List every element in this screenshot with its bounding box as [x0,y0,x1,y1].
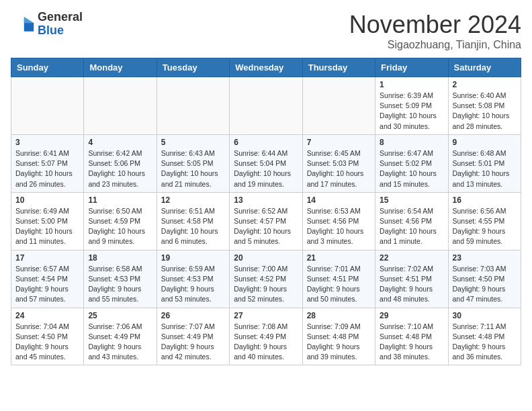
calendar-cell [157,77,229,135]
calendar-cell: 11Sunrise: 6:50 AMSunset: 4:59 PMDayligh… [84,192,157,250]
day-info: Sunrise: 7:02 AMSunset: 4:51 PMDaylight:… [380,264,443,305]
calendar-cell: 14Sunrise: 6:53 AMSunset: 4:56 PMDayligh… [302,192,375,250]
calendar-cell: 21Sunrise: 7:01 AMSunset: 4:51 PMDayligh… [302,250,375,308]
calendar-cell: 12Sunrise: 6:51 AMSunset: 4:58 PMDayligh… [157,192,229,250]
day-number: 3 [15,138,79,147]
week-row-3: 10Sunrise: 6:49 AMSunset: 5:00 PMDayligh… [11,192,521,250]
logo: General Blue [11,11,83,38]
day-info: Sunrise: 6:50 AMSunset: 4:59 PMDaylight:… [88,206,152,247]
day-info: Sunrise: 7:03 AMSunset: 4:50 PMDaylight:… [453,264,517,305]
month-title: November 2024 [349,11,521,39]
calendar-cell: 13Sunrise: 6:52 AMSunset: 4:57 PMDayligh… [230,192,302,250]
calendar-cell [84,77,157,135]
day-number: 19 [161,253,225,263]
day-number: 5 [161,138,225,147]
day-number: 13 [234,195,298,205]
day-info: Sunrise: 6:52 AMSunset: 4:57 PMDaylight:… [234,206,298,247]
logo-icon [11,12,35,36]
day-number: 2 [453,80,517,89]
location: Sigaozhuang, Tianjin, China [349,39,521,51]
page-header: General Blue November 2024 Sigaozhuang, … [11,11,521,51]
day-number: 1 [380,80,443,89]
day-info: Sunrise: 7:04 AMSunset: 4:50 PMDaylight:… [15,322,79,363]
calendar-cell: 2Sunrise: 6:40 AMSunset: 5:08 PMDaylight… [448,77,521,135]
calendar-cell: 25Sunrise: 7:06 AMSunset: 4:49 PMDayligh… [84,308,157,365]
day-number: 26 [161,311,225,320]
calendar-cell: 3Sunrise: 6:41 AMSunset: 5:07 PMDaylight… [11,134,84,192]
day-number: 29 [380,311,443,320]
calendar-body: 1Sunrise: 6:39 AMSunset: 5:09 PMDaylight… [11,77,521,365]
calendar-cell: 7Sunrise: 6:45 AMSunset: 5:03 PMDaylight… [302,134,375,192]
title-block: November 2024 Sigaozhuang, Tianjin, Chin… [349,11,521,51]
day-info: Sunrise: 6:44 AMSunset: 5:04 PMDaylight:… [234,148,298,189]
day-info: Sunrise: 6:40 AMSunset: 5:08 PMDaylight:… [453,91,517,132]
day-number: 12 [161,195,225,205]
week-row-2: 3Sunrise: 6:41 AMSunset: 5:07 PMDaylight… [11,134,521,192]
day-info: Sunrise: 6:48 AMSunset: 5:01 PMDaylight:… [453,148,517,189]
weekday-header-thursday: Thursday [302,58,375,77]
calendar-cell: 1Sunrise: 6:39 AMSunset: 5:09 PMDaylight… [375,77,448,135]
day-info: Sunrise: 6:47 AMSunset: 5:02 PMDaylight:… [380,148,443,189]
day-info: Sunrise: 6:39 AMSunset: 5:09 PMDaylight:… [380,91,443,132]
day-number: 30 [453,311,517,320]
logo-text: General Blue [38,11,83,38]
day-number: 23 [453,253,517,263]
day-number: 17 [15,253,79,263]
day-info: Sunrise: 6:57 AMSunset: 4:54 PMDaylight:… [15,264,79,305]
day-number: 27 [234,311,298,320]
weekday-header-friday: Friday [375,58,448,77]
calendar-cell: 6Sunrise: 6:44 AMSunset: 5:04 PMDaylight… [230,134,302,192]
calendar-cell: 10Sunrise: 6:49 AMSunset: 5:00 PMDayligh… [11,192,84,250]
week-row-5: 24Sunrise: 7:04 AMSunset: 4:50 PMDayligh… [11,308,521,365]
day-info: Sunrise: 6:41 AMSunset: 5:07 PMDaylight:… [15,148,79,189]
weekday-header-sunday: Sunday [11,58,84,77]
day-info: Sunrise: 6:56 AMSunset: 4:55 PMDaylight:… [453,206,517,247]
calendar-cell: 24Sunrise: 7:04 AMSunset: 4:50 PMDayligh… [11,308,84,365]
day-number: 9 [453,138,517,147]
week-row-4: 17Sunrise: 6:57 AMSunset: 4:54 PMDayligh… [11,250,521,308]
day-info: Sunrise: 7:07 AMSunset: 4:49 PMDaylight:… [161,322,225,363]
day-info: Sunrise: 6:45 AMSunset: 5:03 PMDaylight:… [307,148,371,189]
day-number: 6 [234,138,298,147]
weekday-header-saturday: Saturday [448,58,521,77]
calendar-cell: 16Sunrise: 6:56 AMSunset: 4:55 PMDayligh… [448,192,521,250]
day-info: Sunrise: 7:06 AMSunset: 4:49 PMDaylight:… [88,322,152,363]
day-info: Sunrise: 6:54 AMSunset: 4:56 PMDaylight:… [380,206,443,247]
calendar-table: SundayMondayTuesdayWednesdayThursdayFrid… [11,58,521,365]
day-info: Sunrise: 7:10 AMSunset: 4:48 PMDaylight:… [380,322,443,363]
day-number: 24 [15,311,79,320]
weekday-header-row: SundayMondayTuesdayWednesdayThursdayFrid… [11,58,521,77]
day-info: Sunrise: 6:42 AMSunset: 5:06 PMDaylight:… [88,148,152,189]
calendar-cell [302,77,375,135]
day-info: Sunrise: 6:53 AMSunset: 4:56 PMDaylight:… [307,206,371,247]
day-info: Sunrise: 7:11 AMSunset: 4:48 PMDaylight:… [453,322,517,363]
day-number: 8 [380,138,443,147]
day-number: 21 [307,253,371,263]
day-number: 25 [88,311,152,320]
day-info: Sunrise: 6:58 AMSunset: 4:53 PMDaylight:… [88,264,152,305]
day-number: 15 [380,195,443,205]
calendar-cell: 18Sunrise: 6:58 AMSunset: 4:53 PMDayligh… [84,250,157,308]
calendar-cell: 26Sunrise: 7:07 AMSunset: 4:49 PMDayligh… [157,308,229,365]
day-info: Sunrise: 6:43 AMSunset: 5:05 PMDaylight:… [161,148,225,189]
calendar-cell: 20Sunrise: 7:00 AMSunset: 4:52 PMDayligh… [230,250,302,308]
day-info: Sunrise: 6:51 AMSunset: 4:58 PMDaylight:… [161,206,225,247]
day-info: Sunrise: 7:08 AMSunset: 4:49 PMDaylight:… [234,322,298,363]
day-number: 28 [307,311,371,320]
day-info: Sunrise: 6:49 AMSunset: 5:00 PMDaylight:… [15,206,79,247]
day-info: Sunrise: 7:00 AMSunset: 4:52 PMDaylight:… [234,264,298,305]
calendar-cell [11,77,84,135]
calendar-cell: 28Sunrise: 7:09 AMSunset: 4:48 PMDayligh… [302,308,375,365]
weekday-header-tuesday: Tuesday [157,58,229,77]
calendar-cell: 5Sunrise: 6:43 AMSunset: 5:05 PMDaylight… [157,134,229,192]
calendar-cell: 15Sunrise: 6:54 AMSunset: 4:56 PMDayligh… [375,192,448,250]
day-info: Sunrise: 7:09 AMSunset: 4:48 PMDaylight:… [307,322,371,363]
calendar-cell: 17Sunrise: 6:57 AMSunset: 4:54 PMDayligh… [11,250,84,308]
day-number: 11 [88,195,152,205]
calendar-cell [230,77,302,135]
calendar-cell: 23Sunrise: 7:03 AMSunset: 4:50 PMDayligh… [448,250,521,308]
day-number: 14 [307,195,371,205]
day-info: Sunrise: 7:01 AMSunset: 4:51 PMDaylight:… [307,264,371,305]
day-number: 10 [15,195,79,205]
calendar-cell: 9Sunrise: 6:48 AMSunset: 5:01 PMDaylight… [448,134,521,192]
